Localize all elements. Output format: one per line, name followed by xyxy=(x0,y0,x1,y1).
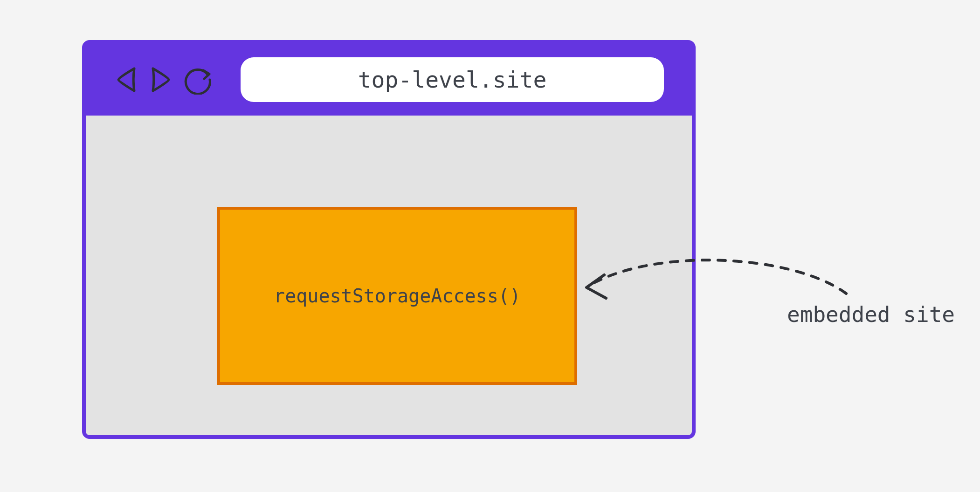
annotation-label: embedded site xyxy=(787,302,955,327)
embedded-iframe: requestStorageAccess() xyxy=(217,207,577,385)
forward-icon[interactable] xyxy=(148,66,173,94)
reload-icon[interactable] xyxy=(183,65,213,95)
browser-window: top-level.site requestStorageAccess() xyxy=(82,40,696,439)
address-bar[interactable]: top-level.site xyxy=(241,57,664,102)
url-text: top-level.site xyxy=(358,67,547,93)
back-icon[interactable] xyxy=(114,66,139,94)
browser-toolbar: top-level.site xyxy=(86,44,692,116)
iframe-api-call: requestStorageAccess() xyxy=(274,285,521,307)
